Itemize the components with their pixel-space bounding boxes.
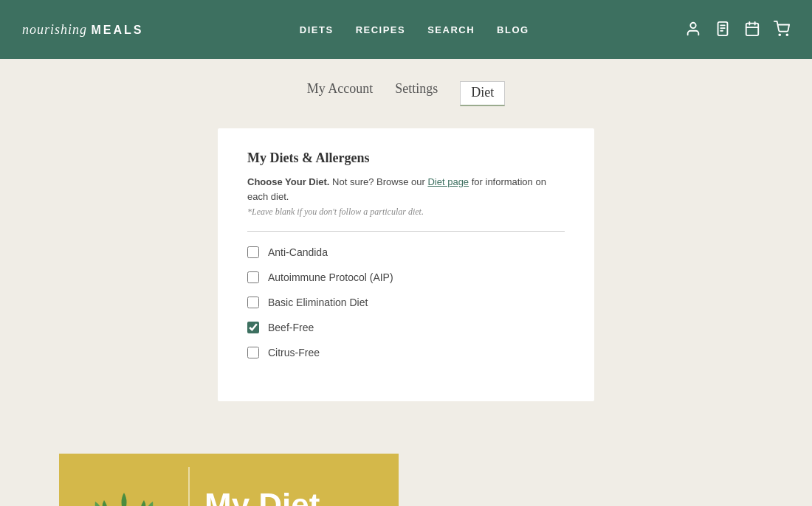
nav-search[interactable]: SEARCH [427,24,475,35]
user-icon[interactable] [685,21,701,39]
svg-point-9 [779,34,780,35]
logo-meals: MEALS [92,24,144,36]
promo-title: My Diet [204,488,358,506]
anti-candida-checkbox[interactable] [247,246,259,258]
site-logo[interactable]: nourishing MEALS [22,22,144,38]
card-description: Choose Your Diet. Not sure? Browse our D… [247,175,565,204]
svg-rect-5 [746,23,759,35]
card-wrapper: My Diets & Allergens Choose Your Diet. N… [0,128,812,401]
page-content: My Account Settings Diet My Diets & Alle… [0,59,812,506]
checkbox-aip: Autoimmune Protocol (AIP) [247,271,565,283]
note-icon[interactable] [715,21,731,39]
basic-elimination-checkbox[interactable] [247,297,259,308]
calendar-icon[interactable] [744,21,760,39]
desc-middle: Not sure? Browse our [329,176,427,187]
tab-my-account[interactable]: My Account [307,81,374,106]
tab-diet[interactable]: Diet [460,81,505,106]
card-desc-italic: *Leave blank if you don't follow a parti… [247,207,565,218]
checkbox-anti-candida: Anti-Candida [247,246,565,258]
header-icons [685,21,790,39]
svg-point-0 [690,22,695,27]
checkbox-beef-free: Beef-Free [247,322,565,333]
citrus-free-checkbox[interactable] [247,347,259,358]
promo-icon-area [59,454,188,506]
basic-elimination-label: Basic Elimination Diet [268,297,368,308]
nav-diets[interactable]: DIETS [300,24,334,35]
main-wrapper: My Diets & Allergens Choose Your Diet. N… [0,128,812,506]
beef-free-checkbox[interactable] [247,322,259,333]
beef-free-label: Beef-Free [268,322,314,333]
tabs-bar: My Account Settings Diet [307,81,506,106]
aip-checkbox[interactable] [247,271,259,283]
site-header: nourishing MEALS DIETS RECIPES SEARCH BL… [0,0,812,59]
citrus-free-label: Citrus-Free [268,347,320,358]
promo-banner[interactable]: My Diet How to Set Up Your Diet Profile [59,454,399,506]
checkbox-basic-elimination: Basic Elimination Diet [247,297,565,308]
bowl-illustration [83,478,165,507]
desc-bold: Choose Your Diet. [247,176,329,187]
card-title: My Diets & Allergens [247,150,565,166]
divider [247,231,565,232]
svg-point-10 [786,34,788,35]
main-nav: DIETS RECIPES SEARCH BLOG [300,24,529,35]
aip-label: Autoimmune Protocol (AIP) [268,271,393,283]
promo-text-area: My Diet How to Set Up Your Diet Profile [190,488,373,506]
diet-card: My Diets & Allergens Choose Your Diet. N… [218,128,594,401]
tab-settings[interactable]: Settings [395,81,438,106]
diet-page-link[interactable]: Diet page [427,176,469,187]
nav-recipes[interactable]: RECIPES [356,24,406,35]
nav-blog[interactable]: BLOG [497,24,529,35]
logo-nourishing: nourishing [22,22,87,37]
checkbox-citrus-free: Citrus-Free [247,347,565,358]
cart-icon[interactable] [774,21,790,39]
anti-candida-label: Anti-Candida [268,246,328,258]
